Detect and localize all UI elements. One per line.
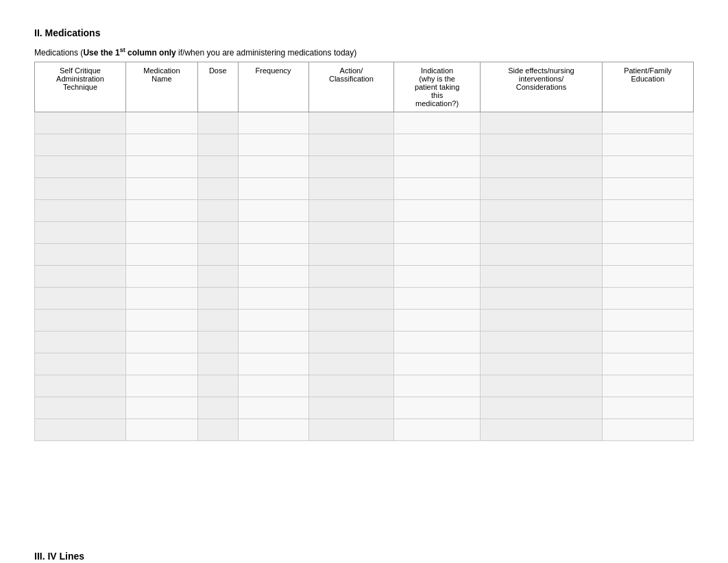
cell-self-critique[interactable] <box>35 244 126 266</box>
cell-frequency[interactable] <box>238 310 308 331</box>
cell-action[interactable] <box>308 112 394 134</box>
cell-education[interactable] <box>603 222 694 244</box>
cell-action[interactable] <box>308 178 394 200</box>
cell-frequency[interactable] <box>238 353 308 375</box>
cell-side-effects[interactable] <box>480 331 602 353</box>
cell-med-name[interactable] <box>125 222 197 244</box>
cell-self-critique[interactable] <box>35 397 126 419</box>
cell-indication[interactable] <box>394 244 481 266</box>
cell-action[interactable] <box>308 266 394 288</box>
cell-frequency[interactable] <box>238 222 308 244</box>
cell-action[interactable] <box>308 331 394 353</box>
cell-self-critique[interactable] <box>35 178 126 200</box>
cell-self-critique[interactable] <box>35 156 126 178</box>
cell-indication[interactable] <box>394 331 481 353</box>
cell-action[interactable] <box>308 134 394 156</box>
cell-action[interactable] <box>308 397 394 419</box>
cell-indication[interactable] <box>394 288 481 310</box>
cell-indication[interactable] <box>394 222 481 244</box>
cell-side-effects[interactable] <box>480 244 602 266</box>
cell-action[interactable] <box>308 200 394 222</box>
cell-dose[interactable] <box>197 134 238 156</box>
cell-self-critique[interactable] <box>35 266 126 288</box>
cell-side-effects[interactable] <box>480 200 602 222</box>
cell-frequency[interactable] <box>238 419 308 441</box>
cell-med-name[interactable] <box>125 266 197 288</box>
cell-dose[interactable] <box>197 310 238 331</box>
cell-dose[interactable] <box>197 288 238 310</box>
cell-education[interactable] <box>603 200 694 222</box>
cell-education[interactable] <box>603 375 694 397</box>
cell-side-effects[interactable] <box>480 419 602 441</box>
cell-side-effects[interactable] <box>480 266 602 288</box>
cell-self-critique[interactable] <box>35 112 126 134</box>
cell-side-effects[interactable] <box>480 134 602 156</box>
cell-dose[interactable] <box>197 156 238 178</box>
cell-dose[interactable] <box>197 200 238 222</box>
cell-self-critique[interactable] <box>35 222 126 244</box>
cell-side-effects[interactable] <box>480 112 602 134</box>
cell-education[interactable] <box>603 266 694 288</box>
cell-med-name[interactable] <box>125 156 197 178</box>
cell-frequency[interactable] <box>238 200 308 222</box>
cell-self-critique[interactable] <box>35 353 126 375</box>
cell-education[interactable] <box>603 112 694 134</box>
cell-med-name[interactable] <box>125 310 197 331</box>
cell-frequency[interactable] <box>238 331 308 353</box>
cell-self-critique[interactable] <box>35 419 126 441</box>
cell-dose[interactable] <box>197 178 238 200</box>
cell-med-name[interactable] <box>125 112 197 134</box>
cell-action[interactable] <box>308 310 394 331</box>
cell-indication[interactable] <box>394 375 481 397</box>
cell-indication[interactable] <box>394 156 481 178</box>
cell-dose[interactable] <box>197 353 238 375</box>
cell-frequency[interactable] <box>238 134 308 156</box>
cell-med-name[interactable] <box>125 419 197 441</box>
cell-education[interactable] <box>603 353 694 375</box>
cell-indication[interactable] <box>394 266 481 288</box>
cell-indication[interactable] <box>394 353 481 375</box>
cell-self-critique[interactable] <box>35 134 126 156</box>
cell-indication[interactable] <box>394 134 481 156</box>
cell-indication[interactable] <box>394 178 481 200</box>
cell-med-name[interactable] <box>125 200 197 222</box>
cell-med-name[interactable] <box>125 288 197 310</box>
cell-self-critique[interactable] <box>35 310 126 331</box>
cell-frequency[interactable] <box>238 288 308 310</box>
cell-self-critique[interactable] <box>35 375 126 397</box>
cell-dose[interactable] <box>197 375 238 397</box>
cell-dose[interactable] <box>197 397 238 419</box>
cell-frequency[interactable] <box>238 375 308 397</box>
cell-frequency[interactable] <box>238 178 308 200</box>
cell-med-name[interactable] <box>125 353 197 375</box>
cell-education[interactable] <box>603 288 694 310</box>
cell-side-effects[interactable] <box>480 156 602 178</box>
cell-action[interactable] <box>308 419 394 441</box>
cell-med-name[interactable] <box>125 375 197 397</box>
cell-education[interactable] <box>603 419 694 441</box>
cell-indication[interactable] <box>394 200 481 222</box>
cell-education[interactable] <box>603 178 694 200</box>
cell-side-effects[interactable] <box>480 178 602 200</box>
cell-education[interactable] <box>603 310 694 331</box>
cell-education[interactable] <box>603 244 694 266</box>
cell-indication[interactable] <box>394 419 481 441</box>
cell-med-name[interactable] <box>125 397 197 419</box>
cell-action[interactable] <box>308 288 394 310</box>
cell-action[interactable] <box>308 244 394 266</box>
cell-side-effects[interactable] <box>480 375 602 397</box>
cell-dose[interactable] <box>197 266 238 288</box>
cell-education[interactable] <box>603 397 694 419</box>
cell-self-critique[interactable] <box>35 331 126 353</box>
cell-education[interactable] <box>603 134 694 156</box>
cell-frequency[interactable] <box>238 156 308 178</box>
cell-action[interactable] <box>308 353 394 375</box>
cell-education[interactable] <box>603 331 694 353</box>
cell-action[interactable] <box>308 222 394 244</box>
cell-dose[interactable] <box>197 112 238 134</box>
cell-side-effects[interactable] <box>480 353 602 375</box>
cell-action[interactable] <box>308 375 394 397</box>
cell-side-effects[interactable] <box>480 288 602 310</box>
cell-frequency[interactable] <box>238 266 308 288</box>
cell-frequency[interactable] <box>238 244 308 266</box>
